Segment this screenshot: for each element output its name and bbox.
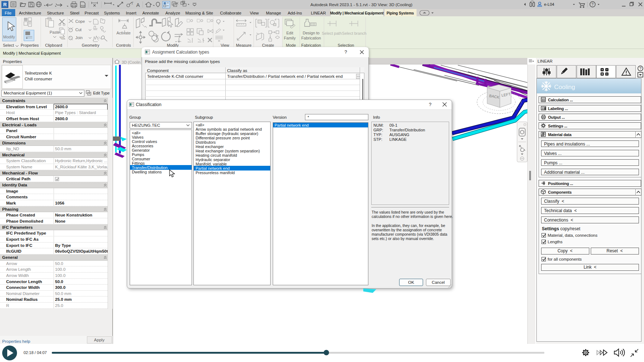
- svg-text:?: ?: [591, 3, 594, 7]
- svg-text:e-L04: e-L04: [544, 2, 554, 7]
- svg-text:1: 1: [131, 2, 133, 5]
- svg-text:A: A: [136, 2, 140, 8]
- svg-text:PDF: PDF: [81, 5, 85, 7]
- svg-text:?: ?: [639, 66, 641, 71]
